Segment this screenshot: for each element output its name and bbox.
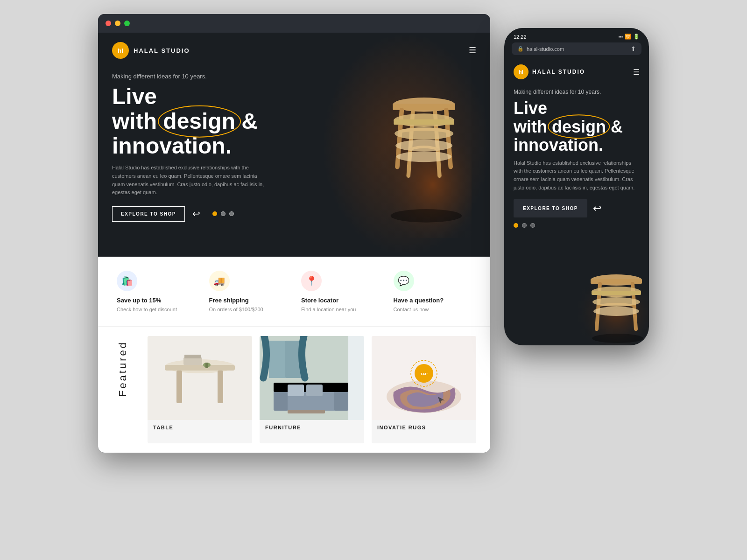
carousel-dots <box>212 211 234 216</box>
question-icon: 💬 <box>394 271 414 291</box>
feature-discount-desc: Check how to get discount <box>117 307 195 312</box>
svg-rect-31 <box>288 410 325 413</box>
carousel-dot-1[interactable] <box>212 211 217 216</box>
phone-tagline: Making different ideas for 10 years. <box>514 89 640 95</box>
product-card-rugs[interactable]: TAP INOVATIE RUGS <box>372 336 476 443</box>
phone-url-bar[interactable]: 🔒 halal-studio.com ⬆ <box>512 42 641 55</box>
phone-logo-area: hl HALAL STUDIO <box>514 64 585 79</box>
signal-icon: ▪▪▪ <box>618 35 623 39</box>
hero-cta-area: EXPLORE TO SHOP ↩ <box>112 206 476 222</box>
wifi-icon: 🛜 <box>625 34 631 40</box>
featured-label: Featured <box>107 341 138 397</box>
hero-section: hl HALAL STUDIO ☰ Making different ideas… <box>98 33 490 257</box>
svg-point-44 <box>592 297 640 307</box>
mobile-phone: 12:22 ▪▪▪ 🛜 🔋 🔒 halal-studio.com ⬆ hl HA… <box>504 28 649 345</box>
phone-design-word: design <box>552 118 606 136</box>
title-line2: with design & <box>112 109 476 134</box>
feature-locator-title: Store locator <box>301 297 380 304</box>
svg-rect-17 <box>183 357 202 365</box>
product-card-table[interactable]: TABLE <box>148 336 252 443</box>
svg-rect-16 <box>218 371 223 403</box>
arrow-icon: ↩ <box>192 208 200 219</box>
phone-time: 12:22 <box>514 34 527 40</box>
phone-dot-2[interactable] <box>522 223 527 228</box>
svg-rect-14 <box>165 365 235 371</box>
phone-dot-3[interactable] <box>530 223 535 228</box>
featured-label-wrapper: Featured <box>98 336 143 443</box>
feature-question-desc: Contact us now <box>394 307 472 312</box>
carousel-dot-3[interactable] <box>229 211 234 216</box>
discount-icon: 🛍️ <box>117 271 137 291</box>
phone-stool-image <box>556 252 649 345</box>
phone-content: Making different ideas for 10 years. Liv… <box>504 84 649 217</box>
furniture-image <box>260 336 364 420</box>
battery-icon: 🔋 <box>633 34 640 40</box>
explore-shop-button[interactable]: EXPLORE TO SHOP <box>112 206 185 222</box>
svg-rect-15 <box>176 371 182 403</box>
phone-arrow-icon: ↩ <box>593 203 601 215</box>
phone-design-oval <box>548 115 610 139</box>
svg-rect-30 <box>306 385 323 396</box>
url-area: 🔒 halal-studio.com <box>517 46 564 52</box>
white-section: 🛍️ Save up to 15% Check how to get disco… <box>98 257 490 453</box>
svg-rect-23 <box>269 341 285 378</box>
carousel-dot-2[interactable] <box>221 211 226 216</box>
url-text: halal-studio.com <box>527 46 564 52</box>
phone-carousel-dots <box>504 223 649 228</box>
logo-area: hl HALAL STUDIO <box>112 42 190 59</box>
feature-question-title: Have a question? <box>394 297 472 304</box>
hero-title: Live with design & innovation. <box>112 84 476 158</box>
phone-status-icons: ▪▪▪ 🛜 🔋 <box>618 34 640 40</box>
hero-tagline: Making different ideas for 10 years. <box>112 73 476 80</box>
product-card-furniture[interactable]: FURNITURE <box>260 336 364 443</box>
feature-shipping-desc: On orders of $100/$200 <box>209 307 288 312</box>
window-minimize-dot[interactable] <box>115 21 120 26</box>
logo-badge: hl <box>112 42 129 59</box>
phone-explore-button[interactable]: EXPLORE TO SHOP <box>514 199 587 217</box>
feature-shipping: 🚚 Free shipping On orders of $100/$200 <box>209 271 288 312</box>
feature-discount: 🛍️ Save up to 15% Check how to get disco… <box>117 271 195 312</box>
svg-rect-20 <box>205 363 208 368</box>
svg-text:TAP: TAP <box>420 372 428 376</box>
phone-dot-1[interactable] <box>514 223 518 228</box>
product-img-rugs: TAP <box>372 336 476 420</box>
svg-rect-43 <box>592 291 641 295</box>
product-name-rugs: INOVATIE RUGS <box>372 420 476 433</box>
product-name-furniture: FURNITURE <box>260 420 364 433</box>
product-img-table <box>148 336 252 420</box>
lock-icon: 🔒 <box>517 46 524 52</box>
brand-name: HALAL STUDIO <box>134 47 190 54</box>
product-cards: TABLE <box>143 336 476 443</box>
window-close-dot[interactable] <box>106 21 111 26</box>
hero-content: Making different ideas for 10 years. Liv… <box>98 68 490 222</box>
phone-hamburger[interactable]: ☰ <box>633 68 640 77</box>
design-word: design <box>163 109 235 134</box>
feature-locator: 📍 Store locator Find a location near you <box>301 271 380 312</box>
svg-point-46 <box>592 334 643 343</box>
product-name-table: TABLE <box>148 420 252 433</box>
hero-description: Halal Studio has established exclusive r… <box>112 164 271 196</box>
feature-locator-desc: Find a location near you <box>301 307 380 312</box>
desktop-browser: hl HALAL STUDIO ☰ Making different ideas… <box>98 14 490 453</box>
title-line3: innovation. <box>112 134 476 159</box>
phone-hero-title: Live with design & innovation. <box>514 99 640 154</box>
featured-section: Featured <box>98 327 490 453</box>
share-icon[interactable]: ⬆ <box>631 45 636 52</box>
shipping-icon: 🚚 <box>209 271 230 291</box>
window-maximize-dot[interactable] <box>124 21 130 26</box>
svg-rect-18 <box>184 355 201 358</box>
phone-brand-name: HALAL STUDIO <box>532 69 585 75</box>
feature-question: 💬 Have a question? Contact us now <box>394 271 472 312</box>
phone-nav: hl HALAL STUDIO ☰ <box>504 60 649 84</box>
phone-description: Halal Studio has established exclusive r… <box>514 159 640 192</box>
product-img-furniture <box>260 336 364 420</box>
locator-icon: 📍 <box>301 271 322 291</box>
feature-discount-title: Save up to 15% <box>117 297 195 304</box>
table-image <box>148 336 252 420</box>
featured-line-decoration <box>123 401 123 439</box>
phone-logo-badge: hl <box>514 64 529 79</box>
svg-rect-29 <box>288 385 304 396</box>
title-line1: Live <box>112 84 476 109</box>
phone-status-bar: 12:22 ▪▪▪ 🛜 🔋 <box>504 28 649 42</box>
feature-shipping-title: Free shipping <box>209 297 288 304</box>
